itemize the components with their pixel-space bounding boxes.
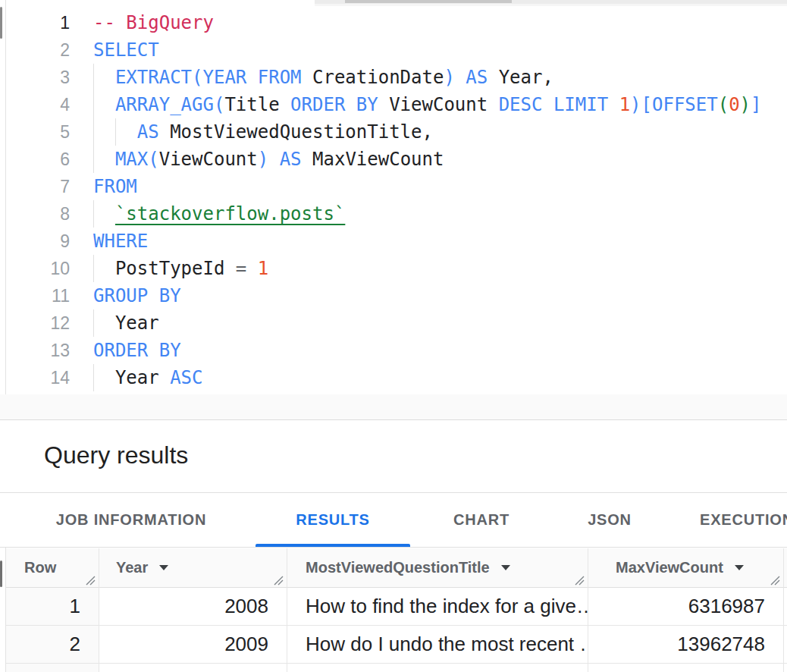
code-content[interactable]: SELECT xyxy=(70,36,787,64)
column-resize-icon[interactable] xyxy=(86,576,96,586)
column-header-year[interactable]: Year xyxy=(99,548,287,588)
query-results-panel: Query results xyxy=(0,420,787,493)
cell-value: How to find the index for a give… xyxy=(306,595,588,618)
table-cell: How to find the index for a give… xyxy=(287,588,588,626)
row-number-cell xyxy=(6,664,99,672)
line-number: 2 xyxy=(6,36,70,64)
results-table: RowYearMostViewedQuestionTitleMaxViewCou… xyxy=(6,548,787,672)
tab-json[interactable]: JSON xyxy=(553,493,666,547)
column-resize-icon[interactable] xyxy=(770,576,780,586)
horizontal-scrollbar-thumb[interactable] xyxy=(345,0,512,3)
table-cell: 2008 xyxy=(99,588,287,626)
column-menu-icon[interactable] xyxy=(159,565,168,570)
table-row: 22009How do I undo the most recent …1396… xyxy=(6,626,787,664)
code-token: BY xyxy=(159,285,181,306)
code-token xyxy=(302,67,312,88)
column-header-maxviewcount[interactable]: MaxViewCount xyxy=(588,548,783,588)
code-token xyxy=(159,367,170,388)
line-number: 5 xyxy=(6,118,70,146)
table-header-row: RowYearMostViewedQuestionTitleMaxViewCou… xyxy=(6,548,787,588)
code-content[interactable]: MAX(ViewCount) AS MaxViewCount xyxy=(70,146,787,173)
code-token: WHERE xyxy=(93,231,148,252)
table-cell xyxy=(287,664,588,672)
tab-label: EXECUTION DETAILS xyxy=(700,511,787,529)
code-token xyxy=(608,94,619,115)
column-resize-icon[interactable] xyxy=(575,576,585,586)
code-token: ) xyxy=(740,94,751,115)
code-content[interactable]: WHERE xyxy=(70,228,787,255)
code-token xyxy=(93,203,115,225)
vertical-scrollbar-thumb[interactable] xyxy=(0,561,2,587)
table-row: 12008How to find the index for a give…63… xyxy=(6,588,787,626)
query-results-title: Query results xyxy=(44,438,188,472)
code-token: -- BigQuery xyxy=(93,12,214,33)
table-reference-link[interactable]: `stackoverflow.posts` xyxy=(115,203,345,225)
column-resize-icon[interactable] xyxy=(274,576,284,586)
tab-job-information[interactable]: JOB INFORMATION xyxy=(25,493,237,547)
code-token: MostViewedQuestionTitle, xyxy=(170,121,433,143)
code-line: 8 `stackoverflow.posts` xyxy=(6,200,787,228)
column-header-extra[interactable] xyxy=(783,548,787,588)
code-token xyxy=(159,121,170,143)
table-cell: 6316987 xyxy=(588,588,783,626)
code-token xyxy=(542,94,553,115)
code-line: 12 Year xyxy=(6,309,787,337)
code-line: 14 Year ASC xyxy=(6,364,787,391)
code-token: AS xyxy=(466,67,488,88)
table-cell xyxy=(588,664,783,672)
code-line: 5 AS MostViewedQuestionTitle, xyxy=(6,118,787,146)
code-token: BY xyxy=(159,340,181,361)
code-token: ) xyxy=(258,149,268,170)
bigquery-panel: 1-- BigQuery2SELECT3 EXTRACT(YEAR FROM C… xyxy=(0,0,787,672)
code-token xyxy=(246,67,257,88)
code-token xyxy=(224,258,235,279)
code-token: AS xyxy=(280,149,302,170)
code-token xyxy=(148,285,158,306)
code-content[interactable]: `stackoverflow.posts` xyxy=(70,200,787,228)
code-content[interactable]: AS MostViewedQuestionTitle, xyxy=(70,118,787,146)
code-content[interactable]: ARRAY_AGG(Title ORDER BY ViewCount DESC … xyxy=(70,91,787,118)
code-content[interactable]: Year xyxy=(70,309,787,337)
code-content[interactable]: Year ASC xyxy=(70,364,787,391)
code-token xyxy=(93,367,115,388)
code-token xyxy=(93,149,115,170)
code-token: ORDER xyxy=(290,94,345,115)
code-token: = xyxy=(236,258,246,279)
code-token: ) xyxy=(630,94,641,115)
code-content[interactable]: ORDER BY xyxy=(70,337,787,364)
code-token xyxy=(280,94,290,115)
code-token: ViewCount xyxy=(389,94,488,115)
code-content[interactable]: EXTRACT(YEAR FROM CreationDate) AS Year, xyxy=(70,64,787,91)
code-line: 10 PostTypeId = 1 xyxy=(6,255,787,282)
tab-results[interactable]: RESULTS xyxy=(256,493,410,547)
code-token: EXTRACT xyxy=(115,67,192,88)
code-token: MaxViewCount xyxy=(312,149,444,170)
cell-value: 2008 xyxy=(224,595,268,618)
tab-label: JOB INFORMATION xyxy=(56,511,206,529)
column-menu-icon[interactable] xyxy=(735,565,744,570)
code-content[interactable]: GROUP BY xyxy=(70,282,787,309)
code-token: ORDER xyxy=(93,340,148,361)
line-number: 4 xyxy=(6,91,70,118)
column-header-row[interactable]: Row xyxy=(6,548,99,588)
code-content[interactable]: -- BigQuery xyxy=(70,9,787,36)
cell-value: 1 xyxy=(70,595,80,618)
code-token: Year xyxy=(115,367,159,388)
code-content[interactable]: PostTypeId = 1 xyxy=(70,255,787,282)
line-number: 1 xyxy=(6,9,70,36)
code-token: YEAR xyxy=(203,67,247,88)
tab-execution-details[interactable]: EXECUTION DETAILS xyxy=(685,493,787,547)
row-number-cell: 2 xyxy=(6,626,99,664)
column-header-mostviewedquestiontitle[interactable]: MostViewedQuestionTitle xyxy=(287,548,588,588)
line-number: 11 xyxy=(6,282,70,309)
code-token: LIMIT xyxy=(553,94,608,115)
table-cell xyxy=(99,664,287,672)
column-header-label: MostViewedQuestionTitle xyxy=(306,559,490,576)
tab-chart[interactable]: CHART xyxy=(428,493,535,547)
code-content[interactable]: FROM xyxy=(70,173,787,200)
vertical-scrollbar-thumb[interactable] xyxy=(0,7,2,39)
code-token xyxy=(93,121,137,143)
code-editor[interactable]: 1-- BigQuery2SELECT3 EXTRACT(YEAR FROM C… xyxy=(6,6,787,394)
column-menu-icon[interactable] xyxy=(501,565,510,570)
code-token: ASC xyxy=(170,367,202,388)
